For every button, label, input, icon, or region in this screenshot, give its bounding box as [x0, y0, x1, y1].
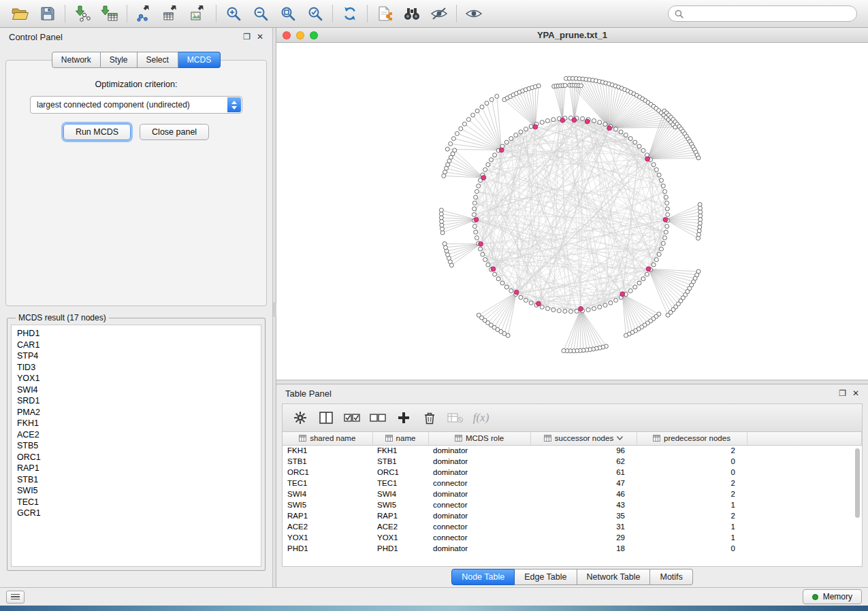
close-window-icon[interactable]	[283, 31, 291, 39]
export-image-button[interactable]	[185, 2, 212, 25]
table-row[interactable]: SWI5SWI5connector431	[283, 499, 862, 510]
mcds-result-item[interactable]: PHD1	[12, 328, 261, 340]
mcds-result-item[interactable]: PMA2	[12, 407, 261, 418]
mcds-result-item[interactable]: STB5	[12, 440, 261, 452]
table-row[interactable]: FKH1FKH1dominator962	[283, 445, 862, 456]
hide-details-icon	[430, 7, 448, 20]
memory-button[interactable]: Memory	[803, 589, 862, 604]
import-network-button[interactable]	[69, 2, 96, 25]
delete-column-button[interactable]	[417, 407, 441, 429]
table-row[interactable]: ORC1ORC1dominator610	[283, 467, 862, 478]
show-columns-button[interactable]	[314, 407, 338, 429]
run-mcds-button[interactable]: Run MCDS	[63, 124, 131, 140]
share-document-button[interactable]	[371, 2, 398, 25]
node-table: shared name name MCDS role successor nod…	[282, 432, 863, 567]
tab-motifs[interactable]: Motifs	[650, 569, 692, 585]
table-row[interactable]: RAP1RAP1dominator352	[283, 510, 862, 521]
export-network-button[interactable]	[131, 2, 158, 25]
minimize-window-icon[interactable]	[296, 31, 304, 39]
mcds-result-title: MCDS result (17 nodes)	[16, 313, 109, 323]
mcds-result-item[interactable]: GCR1	[12, 508, 261, 519]
function-builder-button[interactable]: f(x)	[469, 407, 493, 429]
mcds-result-list[interactable]: PHD1CAR1STP4TID3YOX1SWI4SRD1PMA2FKH1ACE2…	[11, 325, 261, 567]
export-network-icon	[135, 5, 153, 22]
column-header-successor-nodes[interactable]: successor nodes	[530, 432, 637, 445]
trash-icon	[423, 411, 436, 425]
table-settings-button[interactable]	[288, 407, 312, 429]
binoculars-button[interactable]	[398, 2, 425, 25]
zoom-selected-button[interactable]	[302, 2, 329, 25]
export-table-button[interactable]	[158, 2, 185, 25]
network-window-title: YPA_prune.txt_1	[276, 30, 868, 40]
save-session-button[interactable]	[34, 2, 61, 25]
tab-edge-table[interactable]: Edge Table	[515, 569, 577, 585]
tab-node-table[interactable]: Node Table	[451, 569, 515, 585]
table-row[interactable]: STB1STB1dominator620	[283, 456, 862, 467]
column-header-name[interactable]: name	[372, 432, 428, 445]
criterion-select[interactable]: largest connected component (undirected)	[30, 96, 242, 114]
tab-mcds[interactable]: MCDS	[178, 52, 221, 68]
close-panel-icon[interactable]: ✕	[257, 33, 263, 41]
hide-details-button[interactable]	[425, 2, 453, 25]
add-column-button[interactable]	[391, 407, 415, 429]
mcds-result-item[interactable]: STB1	[12, 474, 261, 486]
tab-style[interactable]: Style	[101, 52, 138, 68]
horizontal-splitter[interactable]	[276, 380, 868, 384]
mcds-result-item[interactable]: ORC1	[12, 452, 261, 463]
table-row[interactable]: SWI4SWI4dominator462	[283, 489, 862, 499]
sort-descending-icon	[617, 436, 623, 440]
float-panel-icon[interactable]: ❐	[243, 33, 251, 41]
table-scrollbar[interactable]	[855, 448, 860, 518]
column-header-mcds-role[interactable]: MCDS role	[428, 432, 530, 445]
mcds-result-item[interactable]: SWI4	[12, 384, 261, 396]
mcds-result-item[interactable]: SWI5	[12, 485, 261, 497]
float-panel-icon[interactable]: ❐	[839, 389, 846, 397]
mcds-result-item[interactable]: ACE2	[12, 429, 261, 441]
tab-network-table[interactable]: Network Table	[577, 569, 651, 585]
select-all-button[interactable]	[340, 407, 364, 429]
network-window-titlebar[interactable]: YPA_prune.txt_1	[276, 28, 868, 43]
splitter-handle-icon[interactable]	[273, 302, 276, 317]
column-header-shared-name[interactable]: shared name	[283, 432, 372, 445]
mcds-result-item[interactable]: SRD1	[12, 395, 261, 407]
network-search-box[interactable]	[668, 5, 857, 22]
status-bar: Memory	[0, 587, 868, 606]
deselect-all-button[interactable]	[366, 407, 389, 429]
close-panel-button[interactable]: Close panel	[140, 124, 209, 140]
vertical-splitter[interactable]	[272, 28, 276, 587]
table-row[interactable]: YOX1YOX1connector291	[283, 532, 862, 543]
open-session-button[interactable]	[7, 2, 34, 25]
zoom-fit-button[interactable]	[274, 2, 302, 25]
tab-select[interactable]: Select	[138, 52, 178, 68]
show-details-button[interactable]	[460, 2, 487, 25]
panel-menu-button[interactable]	[6, 591, 25, 604]
column-header-predecessor-nodes[interactable]: predecessor nodes	[637, 432, 747, 445]
tab-network[interactable]: Network	[52, 52, 101, 68]
mcds-result-item[interactable]: FKH1	[12, 418, 261, 429]
network-canvas[interactable]	[276, 43, 868, 380]
column-header-filler	[747, 432, 862, 445]
memory-status-icon	[812, 594, 818, 600]
delete-table-button[interactable]	[443, 407, 467, 429]
zoom-out-button[interactable]	[247, 2, 274, 25]
import-table-button[interactable]	[96, 2, 123, 25]
mcds-result-item[interactable]: TID3	[12, 362, 261, 374]
table-row[interactable]: TEC1TEC1connector472	[283, 478, 862, 489]
mcds-result-item[interactable]: YOX1	[12, 373, 261, 384]
mcds-result-item[interactable]: CAR1	[12, 340, 261, 351]
fx-icon: f(x)	[473, 411, 489, 425]
search-input[interactable]	[688, 7, 850, 20]
refresh-layout-button[interactable]	[336, 2, 364, 25]
table-row[interactable]: PHD1PHD1dominator180	[283, 543, 862, 554]
table-row[interactable]: ACE2ACE2connector311	[283, 521, 862, 532]
zoom-in-icon	[225, 5, 242, 22]
mcds-result-item[interactable]: TEC1	[12, 497, 261, 508]
zoom-window-icon[interactable]	[310, 31, 318, 39]
zoom-in-button[interactable]	[220, 2, 247, 25]
mcds-result-item[interactable]: RAP1	[12, 463, 261, 474]
control-panel-tabs: Network Style Select MCDS	[0, 52, 272, 68]
close-panel-icon[interactable]: ✕	[852, 389, 859, 397]
delete-table-icon	[447, 412, 464, 423]
mcds-result-item[interactable]: STP4	[12, 350, 261, 362]
export-image-icon	[190, 5, 208, 22]
